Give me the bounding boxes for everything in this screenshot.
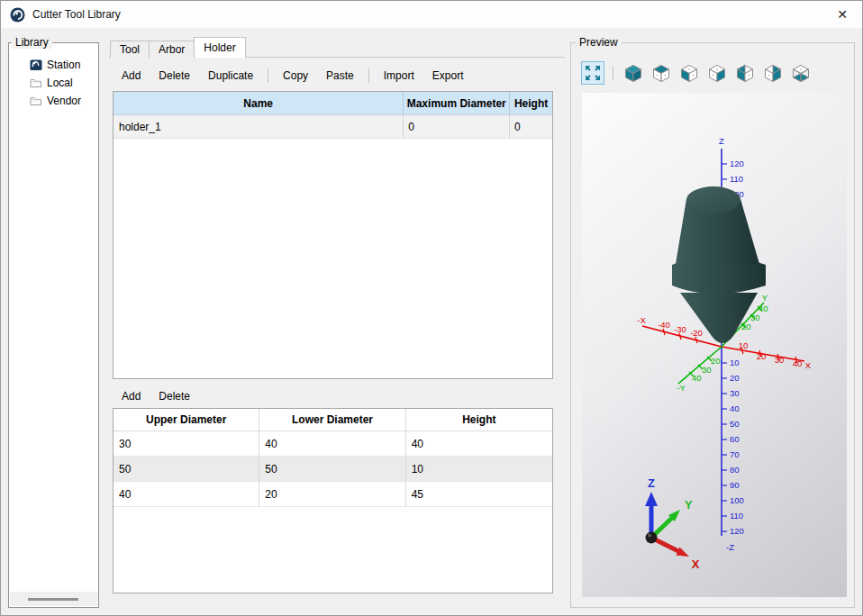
cell-upper-diameter[interactable]: 30 [114, 431, 259, 456]
cutter-tool-library-window: Cutter Tool Library ✕ Library Station Lo… [0, 0, 863, 616]
station-icon [30, 59, 42, 71]
z-tick-label: 40 [730, 403, 740, 413]
right-view-button[interactable] [705, 61, 729, 85]
table-row[interactable]: holder_1 0 0 [114, 115, 552, 139]
column-header-height[interactable]: Height [406, 409, 552, 430]
tab-arbor[interactable]: Arbor [149, 41, 195, 58]
column-header-maximum-diameter[interactable]: Maximum Diameter [404, 92, 510, 114]
tab-holder[interactable]: Holder [194, 37, 245, 58]
preview-3d-canvas[interactable]: Z 120 110 100 10 20 30 40 50 60 70 80 [582, 93, 847, 597]
back-view-icon [763, 63, 783, 83]
x-tick-label: 40 [793, 358, 803, 368]
segment-toolbar: Add Delete [114, 386, 197, 406]
z-tick-label: 110 [730, 174, 743, 184]
z-tick-label: 60 [730, 434, 740, 444]
bottom-view-button[interactable] [789, 61, 813, 85]
y-tick-label: 20 [711, 356, 721, 366]
paste-button[interactable]: Paste [319, 68, 361, 84]
back-view-button[interactable] [761, 61, 785, 85]
duplicate-button[interactable]: Duplicate [201, 68, 260, 84]
fit-view-icon [584, 64, 602, 82]
neg-y-axis-label: -Y [677, 383, 686, 393]
cell-upper-diameter[interactable]: 50 [114, 457, 259, 481]
sidebar-item-local[interactable]: Local [9, 74, 98, 92]
title-bar: Cutter Tool Library ✕ [1, 1, 862, 28]
top-view-icon [651, 63, 671, 83]
x-tick-label: -40 [658, 320, 670, 330]
cell-lower-diameter[interactable]: 40 [259, 431, 405, 456]
z-tick-label: 120 [730, 159, 744, 168]
x-tick-label: 20 [757, 351, 767, 361]
cell-height[interactable]: 45 [406, 482, 552, 506]
cell-name[interactable]: holder_1 [114, 115, 404, 138]
tab-tool[interactable]: Tool [110, 41, 150, 58]
column-header-upper-diameter[interactable]: Upper Diameter [114, 409, 259, 430]
sidebar-item-station[interactable]: Station [9, 56, 98, 74]
z-tick-label: 110 [730, 511, 743, 521]
table-row[interactable]: 30 40 40 [114, 431, 552, 457]
x-tick-label: -20 [690, 328, 703, 338]
holder-table-header: Name Maximum Diameter Height [114, 92, 552, 115]
toolbar-separator [368, 68, 369, 83]
close-button[interactable]: ✕ [822, 1, 862, 28]
holder-table: Name Maximum Diameter Height holder_1 0 … [113, 91, 553, 379]
cell-height[interactable]: 40 [406, 431, 552, 456]
front-view-button[interactable] [677, 61, 701, 85]
sidebar-item-vendor[interactable]: Vendor [9, 92, 98, 110]
add-button[interactable]: Add [114, 68, 148, 84]
holder-toolbar: Add Delete Duplicate Copy Paste Import E… [114, 66, 470, 86]
front-view-icon [679, 63, 699, 83]
segment-table: Upper Diameter Lower Diameter Height 30 … [113, 408, 553, 593]
sidebar-item-label: Vendor [47, 95, 81, 107]
view-toolbar [581, 60, 813, 86]
column-header-name[interactable]: Name [114, 92, 404, 114]
y-tick-label: 20 [741, 322, 751, 331]
cell-upper-diameter[interactable]: 40 [114, 482, 259, 506]
z-tick-label: 70 [730, 449, 740, 459]
z-tick-label: 120 [730, 526, 744, 536]
delete-button[interactable]: Delete [151, 68, 197, 84]
segment-table-header: Upper Diameter Lower Diameter Height [114, 409, 552, 431]
fit-view-button[interactable] [581, 61, 604, 85]
cell-lower-diameter[interactable]: 20 [259, 482, 405, 506]
x-axis-label: X [805, 360, 812, 370]
cell-height[interactable]: 10 [406, 457, 552, 481]
triad-x-label: X [692, 557, 700, 571]
isometric-view-icon [623, 63, 643, 83]
neg-x-axis-label: -X [637, 315, 646, 325]
copy-button[interactable]: Copy [276, 68, 315, 84]
top-view-button[interactable] [650, 61, 673, 85]
hscrollbar-thumb[interactable] [28, 598, 78, 601]
orientation-triad: Z Y X [645, 476, 700, 571]
cell-maximum-diameter[interactable]: 0 [404, 115, 510, 138]
z-tick-label: 10 [730, 358, 740, 367]
cell-lower-diameter[interactable]: 50 [259, 457, 405, 481]
neg-z-axis-label: -Z [726, 542, 734, 552]
left-view-button[interactable] [733, 61, 757, 85]
x-tick-label: 10 [739, 340, 749, 350]
export-button[interactable]: Export [425, 68, 471, 84]
bottom-view-icon [791, 63, 811, 83]
left-view-icon [735, 63, 755, 83]
toolbar-separator [268, 68, 268, 83]
isometric-view-button[interactable] [622, 61, 645, 85]
segment-add-button[interactable]: Add [114, 388, 148, 404]
y-axis-label: Y [762, 293, 768, 303]
preview-3d-viewport[interactable]: Z 120 110 100 10 20 30 40 50 60 70 80 [582, 93, 847, 597]
import-button[interactable]: Import [377, 68, 422, 84]
z-tick-label: 20 [730, 373, 740, 383]
toolbar-separator [613, 66, 613, 80]
z-tick-label: 100 [730, 495, 744, 505]
table-row[interactable]: 50 50 10 [114, 457, 552, 482]
cell-height[interactable]: 0 [510, 115, 552, 138]
table-row[interactable]: 40 20 45 [114, 482, 552, 507]
column-header-lower-diameter[interactable]: Lower Diameter [259, 409, 405, 430]
column-header-height[interactable]: Height [510, 92, 552, 114]
library-group-label: Library [12, 36, 52, 49]
y-tick-label: 30 [750, 313, 760, 322]
y-tick-label: 30 [702, 365, 712, 375]
sidebar-item-label: Station [47, 59, 80, 71]
segment-delete-button[interactable]: Delete [151, 388, 197, 404]
library-tree: Station Local Vendor [9, 43, 98, 110]
folder-icon [30, 77, 42, 89]
